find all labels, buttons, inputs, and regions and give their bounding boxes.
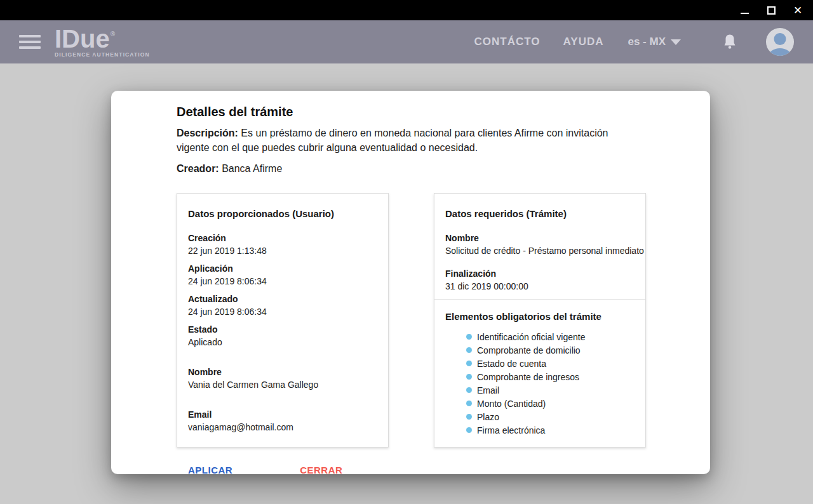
description-text: Es un préstamo de dinero en moneda nacio… bbox=[177, 128, 608, 153]
modal-description: Descripción: Es un préstamo de dinero en… bbox=[177, 126, 618, 155]
modal-creator: Creador: Banca Afirme bbox=[177, 163, 646, 175]
window-maximize-button[interactable] bbox=[765, 4, 777, 17]
required-elements-title: Elementos obligatorios del trámite bbox=[445, 311, 635, 322]
list-item: Comprobante de domicilio bbox=[466, 343, 635, 357]
list-item: Firma electrónica bbox=[466, 423, 635, 437]
field-estado: Estado Aplicado bbox=[188, 324, 377, 347]
app-header: IDue® DILIGENCE AUTHENTICATION CONTÁCTO … bbox=[0, 20, 813, 63]
list-item: Monto (Cantidad) bbox=[466, 397, 635, 410]
user-avatar[interactable] bbox=[766, 28, 794, 56]
window-titlebar: ✕ bbox=[0, 0, 813, 20]
creator-text: Banca Afirme bbox=[219, 163, 283, 174]
window-close-button[interactable]: ✕ bbox=[791, 4, 804, 17]
app-logo[interactable]: IDue® DILIGENCE AUTHENTICATION bbox=[55, 26, 150, 58]
nav-contact-link[interactable]: CONTÁCTO bbox=[474, 36, 541, 48]
field-actualizado: Actualizado 24 jun 2019 8:06:34 bbox=[188, 294, 377, 317]
menu-icon[interactable] bbox=[19, 35, 41, 49]
minimize-icon bbox=[741, 13, 749, 14]
apply-button[interactable]: APLICAR bbox=[182, 462, 239, 478]
field-aplicacion: Aplicación 24 jun 2019 8:06:34 bbox=[188, 263, 377, 286]
card-divider bbox=[434, 299, 645, 300]
description-label: Descripción: bbox=[177, 128, 238, 138]
list-item: Identificación oficial vigente bbox=[466, 330, 635, 343]
chevron-down-icon bbox=[671, 39, 681, 45]
field-creacion: Creación 22 jun 2019 1:13:48 bbox=[188, 233, 377, 256]
cards-row: Datos proporcionados (Usuario) Creación … bbox=[177, 193, 646, 448]
bullet-icon bbox=[466, 361, 472, 366]
bullet-icon bbox=[466, 374, 472, 380]
modal-actions: APLICAR CERRAR bbox=[177, 462, 646, 478]
cancel-button[interactable]: CERRAR bbox=[293, 462, 349, 478]
maximize-icon bbox=[767, 6, 776, 15]
required-elements-list: Identificación oficial vigente Comproban… bbox=[445, 330, 635, 437]
list-item: Email bbox=[466, 383, 635, 397]
bullet-icon bbox=[466, 401, 472, 406]
field-tramite-nombre: Nombre Solicitud de crédito - Préstamo p… bbox=[445, 233, 635, 256]
bullet-icon bbox=[466, 427, 472, 433]
field-nombre: Nombre Vania del Carmen Gama Gallego bbox=[188, 367, 377, 390]
bullet-icon bbox=[466, 334, 472, 340]
logo-subtitle: DILIGENCE AUTHENTICATION bbox=[55, 52, 150, 58]
notifications-button[interactable] bbox=[723, 34, 737, 50]
creator-label: Creador: bbox=[177, 163, 219, 174]
user-data-card: Datos proporcionados (Usuario) Creación … bbox=[177, 193, 389, 448]
page-background: Detalles del trámite Descripción: Es un … bbox=[0, 63, 813, 504]
bullet-icon bbox=[466, 414, 472, 420]
nav-help-link[interactable]: AYUDA bbox=[563, 36, 604, 48]
procedure-details-modal: Detalles del trámite Descripción: Es un … bbox=[111, 91, 710, 474]
field-finalizacion: Finalización 31 dic 2019 00:00:00 bbox=[445, 269, 635, 291]
procedure-card-title: Datos requeridos (Trámite) bbox=[445, 208, 635, 219]
close-icon: ✕ bbox=[793, 5, 802, 16]
procedure-data-card: Datos requeridos (Trámite) Nombre Solici… bbox=[434, 193, 646, 448]
logo-title: IDue® bbox=[55, 26, 150, 51]
language-label: es - MX bbox=[628, 36, 666, 48]
list-item: Plazo bbox=[466, 410, 635, 423]
language-selector[interactable]: es - MX bbox=[628, 36, 681, 48]
bullet-icon bbox=[466, 347, 472, 353]
registered-mark: ® bbox=[111, 30, 115, 37]
modal-title: Detalles del trámite bbox=[177, 105, 646, 119]
user-card-title: Datos proporcionados (Usuario) bbox=[188, 208, 377, 219]
field-email: Email vaniagamag@hotmail.com bbox=[188, 409, 377, 432]
list-item: Comprobante de ingresos bbox=[466, 370, 635, 383]
bullet-icon bbox=[466, 387, 472, 393]
window-minimize-button[interactable] bbox=[738, 4, 751, 17]
list-item: Estado de cuenta bbox=[466, 357, 635, 370]
avatar-person-icon bbox=[774, 33, 786, 45]
header-nav: CONTÁCTO AYUDA es - MX bbox=[474, 28, 794, 56]
bell-icon bbox=[723, 34, 737, 50]
